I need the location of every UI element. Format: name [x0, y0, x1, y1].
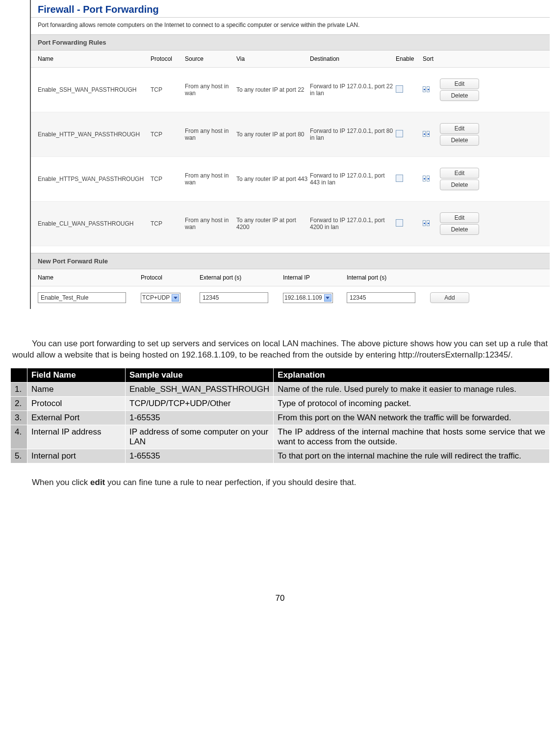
- rule-via: To any router IP at port 443: [236, 176, 310, 182]
- th-sample-value: Sample value: [126, 368, 274, 382]
- rule-via: To any router IP at port 22: [236, 86, 310, 93]
- edit-button[interactable]: Edit: [440, 123, 479, 134]
- row-field: Protocol: [27, 396, 126, 410]
- field-reference-table: Field Name Sample value Explanation 1. N…: [10, 368, 550, 463]
- row-explanation: Type of protocol of incoming packet.: [274, 396, 550, 410]
- name-input[interactable]: Enable_Test_Rule: [38, 292, 126, 303]
- rule-name: Enable_SSH_WAN_PASSTHROUGH: [38, 86, 151, 93]
- th-explanation: Explanation: [274, 368, 550, 382]
- add-button[interactable]: Add: [430, 292, 469, 303]
- rule-via: To any router IP at port 80: [236, 131, 310, 138]
- table-row: 2. Protocol TCP/UDP/TCP+UDP/Other Type o…: [11, 396, 550, 410]
- row-explanation: From this port on the WAN network the tr…: [274, 410, 550, 425]
- new-rule-form-row: Enable_Test_Rule TCP+UDP 12345 192.168.1…: [31, 286, 550, 309]
- col-protocol: Protocol: [151, 55, 185, 62]
- edit-button[interactable]: Edit: [440, 78, 479, 89]
- enable-checkbox[interactable]: [396, 219, 403, 227]
- sort-handle-icon[interactable]: [423, 220, 430, 226]
- sort-handle-icon[interactable]: [423, 176, 430, 181]
- row-field: Name: [27, 382, 126, 396]
- table-row: 1. Name Enable_SSH_WAN_PASSTHROUGH Name …: [11, 382, 550, 396]
- page-number: 70: [10, 495, 550, 603]
- intro-paragraph: You can use port forwarding to set up se…: [12, 338, 548, 361]
- internal-port-input[interactable]: 12345: [347, 292, 415, 303]
- row-field: External Port: [27, 410, 126, 425]
- col-enable: Enable: [396, 55, 423, 62]
- rule-source: From any host in wan: [185, 217, 236, 230]
- col-destination: Destination: [310, 55, 396, 62]
- panel-description: Port forwarding allows remote computers …: [31, 18, 550, 34]
- rule-destination: Forward to IP 127.0.0.1, port 80 in lan: [310, 128, 396, 141]
- rules-section-header: Port Forwarding Rules: [31, 34, 550, 51]
- row-sample: IP address of some computer on your LAN: [126, 425, 274, 449]
- form-col-name: Name: [38, 274, 141, 281]
- edit-button[interactable]: Edit: [440, 212, 479, 223]
- internal-ip-value: 192.168.1.109: [284, 294, 322, 301]
- row-explanation: To that port on the internal machine the…: [274, 449, 550, 463]
- rule-destination: Forward to IP 127.0.0.1, port 4200 in la…: [310, 217, 396, 230]
- row-sample: 1-65535: [126, 410, 274, 425]
- col-name: Name: [38, 55, 151, 62]
- edit-note-b: you can fine tune a rule to near perfect…: [105, 478, 356, 487]
- rule-via: To any router IP at port 4200: [236, 217, 310, 230]
- rule-destination: Forward to IP 127.0.0.1, port 443 in lan: [310, 172, 396, 186]
- dropdown-arrow-icon: [324, 294, 331, 302]
- col-via: Via: [236, 55, 310, 62]
- rule-name: Enable_CLI_WAN_PASSTHROUGH: [38, 220, 151, 227]
- table-row: 5. Internal port 1-65535 To that port on…: [11, 449, 550, 463]
- delete-button[interactable]: Delete: [440, 135, 479, 146]
- external-port-input[interactable]: 12345: [200, 292, 268, 303]
- delete-button[interactable]: Delete: [440, 224, 479, 235]
- rules-table-header: Name Protocol Source Via Destination Ena…: [31, 51, 550, 68]
- panel-title: Firewall - Port Forwarding: [31, 0, 550, 18]
- edit-button[interactable]: Edit: [440, 168, 479, 179]
- form-col-internal-ip: Internal IP: [283, 274, 347, 281]
- protocol-value: TCP+UDP: [142, 294, 170, 301]
- rule-source: From any host in wan: [185, 83, 236, 97]
- edit-note-a: When you click: [32, 478, 90, 487]
- rule-protocol: TCP: [151, 131, 185, 138]
- rule-source: From any host in wan: [185, 172, 236, 186]
- form-col-external-port: External port (s): [200, 274, 283, 281]
- rule-destination: Forward to IP 127.0.0.1, port 22 in lan: [310, 83, 396, 97]
- form-col-protocol: Protocol: [141, 274, 200, 281]
- row-explanation: The IP address of the internal machine t…: [274, 425, 550, 449]
- rule-name: Enable_HTTPS_WAN_PASSTHROUGH: [38, 176, 151, 182]
- row-number: 2.: [11, 396, 27, 410]
- rule-protocol: TCP: [151, 220, 185, 227]
- edit-note-bold: edit: [90, 478, 105, 487]
- enable-checkbox[interactable]: [396, 175, 403, 182]
- row-field: Internal port: [27, 449, 126, 463]
- rule-row: Enable_SSH_WAN_PASSTHROUGH TCP From any …: [31, 68, 550, 112]
- rule-row: Enable_HTTP_WAN_PASSTHROUGH TCP From any…: [31, 112, 550, 157]
- sort-handle-icon[interactable]: [423, 131, 430, 137]
- sort-handle-icon[interactable]: [423, 86, 430, 92]
- rule-source: From any host in wan: [185, 128, 236, 141]
- row-number: 1.: [11, 382, 27, 396]
- rule-protocol: TCP: [151, 86, 185, 93]
- new-rule-form-header: Name Protocol External port (s) Internal…: [31, 269, 550, 286]
- row-number: 4.: [11, 425, 27, 449]
- th-field-name: Field Name: [27, 368, 126, 382]
- table-row: 4. Internal IP address IP address of som…: [11, 425, 550, 449]
- th-blank: [11, 368, 27, 382]
- edit-note-paragraph: When you click edit you can fine tune a …: [12, 477, 548, 488]
- row-explanation: Name of the rule. Used purely to make it…: [274, 382, 550, 396]
- table-row: 3. External Port 1-65535 From this port …: [11, 410, 550, 425]
- row-field: Internal IP address: [27, 425, 126, 449]
- rule-name: Enable_HTTP_WAN_PASSTHROUGH: [38, 131, 151, 138]
- row-number: 3.: [11, 410, 27, 425]
- firewall-panel: Firewall - Port Forwarding Port forwardi…: [30, 0, 550, 309]
- col-source: Source: [185, 55, 236, 62]
- row-sample: 1-65535: [126, 449, 274, 463]
- col-sort: Sort: [423, 55, 440, 62]
- delete-button[interactable]: Delete: [440, 179, 479, 190]
- new-rule-section-header: New Port Forward Rule: [31, 253, 550, 269]
- internal-ip-select[interactable]: 192.168.1.109: [283, 293, 333, 303]
- row-sample: TCP/UDP/TCP+UDP/Other: [126, 396, 274, 410]
- protocol-select[interactable]: TCP+UDP: [141, 293, 180, 303]
- delete-button[interactable]: Delete: [440, 90, 479, 101]
- enable-checkbox[interactable]: [396, 85, 403, 93]
- rule-row: Enable_CLI_WAN_PASSTHROUGH TCP From any …: [31, 202, 550, 246]
- enable-checkbox[interactable]: [396, 130, 403, 137]
